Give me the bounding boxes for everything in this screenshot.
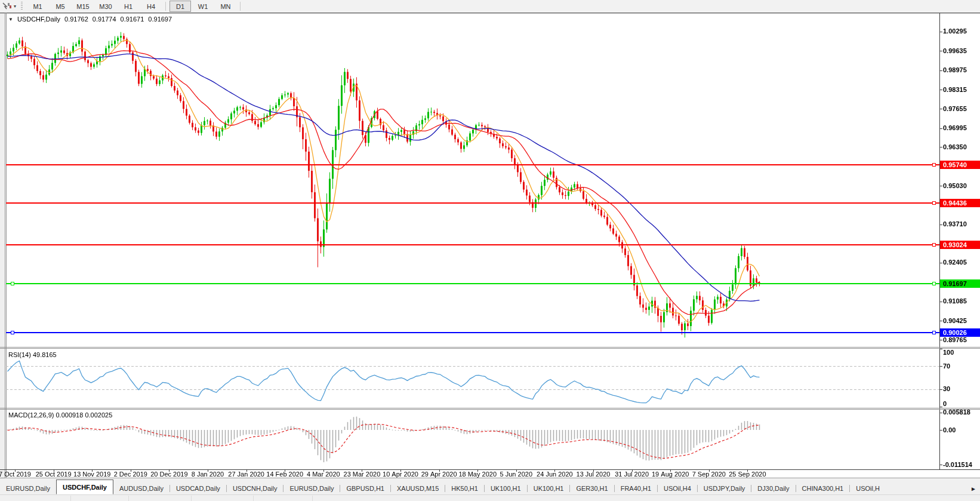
chart-tab-USDJPY-Daily[interactable]: USDJPY,Daily — [698, 482, 751, 494]
timeframe-button-M30[interactable]: M30 — [95, 1, 116, 12]
timeframe-button-H1[interactable]: H1 — [118, 1, 139, 12]
status-divider — [312, 496, 313, 501]
toolbar-separator — [240, 2, 241, 11]
ohlc-high: 0.91774 — [93, 16, 116, 23]
status-divider — [70, 496, 71, 501]
toolbar: ▾ M1M5M15M30H1H4D1W1MN — [0, 0, 980, 13]
chart-tab-USDCAD-Daily[interactable]: USDCAD,Daily — [170, 482, 226, 494]
chart-tab-CHINA300-H1[interactable]: CHINA300,H1 — [796, 482, 850, 494]
chart-cursor-icon[interactable] — [2, 2, 13, 11]
timeframe-button-D1[interactable]: D1 — [170, 1, 191, 12]
chevron-down-icon[interactable]: ▾ — [14, 4, 16, 9]
chart-tab-GBPUSD-H1[interactable]: GBPUSD,H1 — [340, 482, 390, 494]
chart-symbol-header: ▼ USDCHF,Daily 0.91762 0.91774 0.91671 0… — [8, 16, 172, 23]
timeframe-button-M15[interactable]: M15 — [72, 1, 94, 12]
tab-scroll-right-icon[interactable]: ► — [970, 485, 976, 494]
chart-tab-GER30-H1[interactable]: GER30,H1 — [570, 482, 614, 494]
toolbar-grip[interactable] — [21, 2, 23, 11]
chart-collapse-icon[interactable]: ▼ — [8, 17, 13, 22]
timeframe-button-W1[interactable]: W1 — [192, 1, 214, 12]
timeframe-button-M1[interactable]: M1 — [27, 1, 48, 12]
chart-tab-bar: EURUSD,DailyUSDCHF,DailyAUDUSD,DailyUSDC… — [0, 479, 980, 494]
chart-tab-EURUSD-Daily[interactable]: EURUSD,Daily — [0, 482, 56, 494]
toolbar-separator — [165, 2, 166, 11]
status-divider — [128, 496, 129, 501]
chart-tab-USDCHF-Daily[interactable]: USDCHF,Daily — [56, 480, 113, 494]
status-divider — [253, 496, 254, 501]
chart-tab-USOil-H4[interactable]: USOil,H4 — [658, 482, 697, 494]
ohlc-low: 0.91671 — [121, 16, 144, 23]
timeframe-buttons: M1M5M15M30H1H4D1W1MN — [26, 1, 244, 12]
ohlc-close: 0.91697 — [148, 16, 172, 23]
chart-tab-FRA40-H1[interactable]: FRA40,H1 — [615, 482, 657, 494]
chart-tab-USDCNH-Daily[interactable]: USDCNH,Daily — [227, 482, 283, 494]
ohlc-open: 0.91762 — [64, 16, 88, 23]
chart-tab-UK100-H1[interactable]: UK100,H1 — [485, 482, 527, 494]
chart-tab-AUDUSD-Daily[interactable]: AUDUSD,Daily — [113, 482, 170, 494]
chart-tab-HK50-H1[interactable]: HK50,H1 — [445, 482, 484, 494]
chart-tab-EURUSD-Daily[interactable]: EURUSD,Daily — [283, 482, 340, 494]
rsi-indicator-label: RSI(14) 49.8165 — [8, 351, 57, 358]
chart-tab-USOil-H[interactable]: USOil,H — [850, 482, 886, 494]
status-bar — [0, 494, 980, 501]
chart-tab-DJ30-Daily[interactable]: DJ30,Daily — [751, 482, 795, 494]
chart-tab-XAUUSD-M15[interactable]: XAUUSD,M15 — [391, 482, 445, 494]
timeframe-button-MN[interactable]: MN — [215, 1, 236, 12]
chart-tab-UK100-H1[interactable]: UK100,H1 — [528, 482, 570, 494]
timeframe-button-H4[interactable]: H4 — [140, 1, 162, 12]
macd-indicator-label: MACD(12,26,9) 0.000918 0.002025 — [8, 411, 112, 419]
mt4-window: { "toolbar": { "chart_tool_icon": "chart… — [0, 0, 980, 501]
chart-canvas[interactable] — [0, 13, 980, 479]
chart-symbol: USDCHF,Daily — [17, 16, 60, 23]
status-divider — [191, 496, 192, 501]
timeframe-button-M5[interactable]: M5 — [50, 1, 71, 12]
